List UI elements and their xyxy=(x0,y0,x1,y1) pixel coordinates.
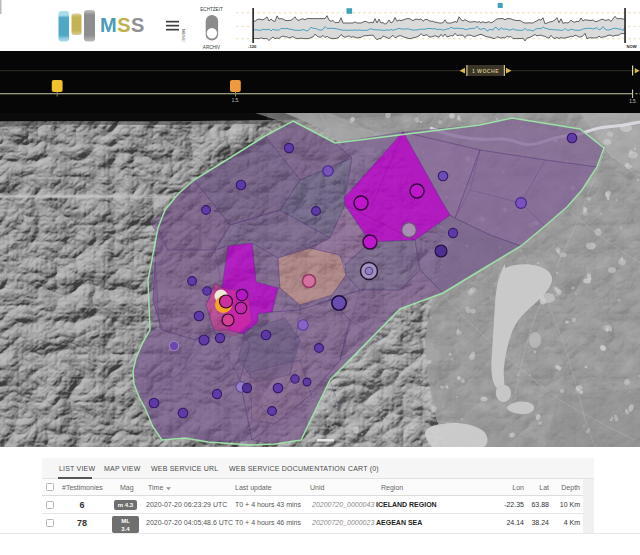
svg-text:MENÜ: MENÜ xyxy=(181,29,186,42)
svg-text:NOW: NOW xyxy=(627,44,637,49)
svg-text:ECHTZEIT: ECHTZEIT xyxy=(200,7,223,12)
svg-text:MSS: MSS xyxy=(100,14,145,36)
svg-text:1.5.: 1.5. xyxy=(232,98,240,103)
svg-text:-120: -120 xyxy=(248,44,257,49)
svg-text:ARCHIV: ARCHIV xyxy=(203,45,221,50)
svg-text:1.5.: 1.5. xyxy=(629,99,637,104)
svg-text:1 WOCHE: 1 WOCHE xyxy=(472,68,499,74)
